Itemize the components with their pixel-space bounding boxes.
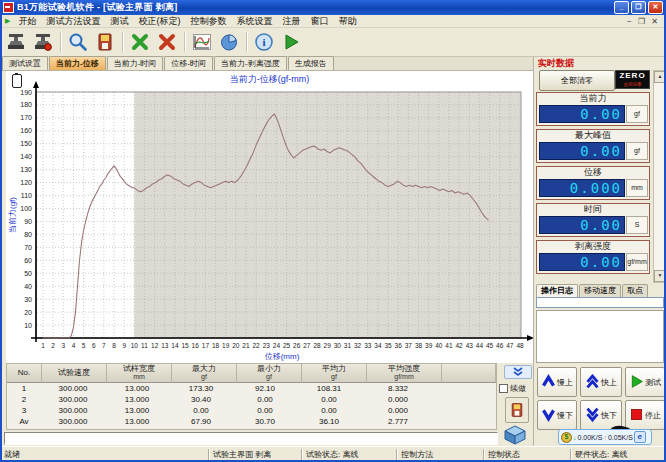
- view-tab[interactable]: 位移-时间: [164, 56, 213, 70]
- log-tab[interactable]: 移动速度: [579, 284, 621, 297]
- table-cell: 0.000: [361, 405, 435, 416]
- log-tab[interactable]: 取点: [622, 284, 648, 297]
- table-cell: 108.31: [297, 383, 361, 394]
- title-bar: B1万能试验机软件 - [试验主界面 剥离] _ ❐ ✕: [0, 0, 666, 15]
- close-button[interactable]: ✕: [648, 1, 663, 14]
- table-row[interactable]: 3300.00013.0000.000.000.000.000: [7, 405, 496, 416]
- clear-green-x-icon[interactable]: [127, 30, 153, 54]
- svg-text:20: 20: [232, 342, 240, 349]
- cube-3d-icon[interactable]: [502, 424, 528, 446]
- pie-chart-icon[interactable]: [216, 30, 242, 54]
- svg-text:6: 6: [92, 342, 96, 349]
- network-speed-monitor: $ ↓ 0.00K/S ↑ 0.05K/S e: [558, 429, 652, 445]
- svg-text:15: 15: [181, 342, 189, 349]
- table-cell: 1: [7, 383, 41, 394]
- header-text: 试样宽度: [123, 365, 155, 373]
- header-text: No.: [18, 369, 30, 377]
- jog-button-label: 停止: [645, 410, 661, 421]
- machine-icon[interactable]: [3, 30, 29, 54]
- svg-text:10: 10: [24, 322, 32, 329]
- log-tab[interactable]: 操作日志: [536, 284, 578, 297]
- save-icon[interactable]: [92, 30, 118, 54]
- jog-button-label: 快上: [601, 377, 617, 388]
- restore-button[interactable]: ❐: [631, 1, 646, 14]
- continue-checkbox[interactable]: [499, 384, 508, 393]
- svg-text:190: 190: [20, 89, 32, 96]
- svg-text:19: 19: [222, 342, 230, 349]
- table-cell: 13.000: [105, 405, 169, 416]
- menu-item[interactable]: 开始: [13, 15, 41, 28]
- machine-alarm-icon[interactable]: [30, 30, 56, 54]
- collapse-table-button[interactable]: [504, 365, 532, 379]
- table-cell: 8.332: [361, 383, 435, 394]
- svg-text:4: 4: [72, 342, 76, 349]
- menu-item[interactable]: 校正(标定): [133, 15, 185, 28]
- header-text: 最小力: [257, 365, 281, 373]
- menu-item[interactable]: 测试: [105, 15, 133, 28]
- menu-item[interactable]: 控制参数: [185, 15, 231, 28]
- table-body: 1300.00013.000173.3092.10108.318.3322300…: [7, 383, 496, 427]
- log-input[interactable]: [536, 297, 664, 308]
- log-tabs: 操作日志移动速度取点: [534, 284, 666, 297]
- app-icon: [3, 2, 14, 13]
- svg-text:33: 33: [364, 342, 372, 349]
- minimize-button[interactable]: _: [614, 1, 629, 14]
- toolbar-separator: [246, 32, 248, 52]
- menu-item[interactable]: 注册: [277, 15, 305, 28]
- network-app-icon[interactable]: e: [634, 431, 646, 443]
- view-tab[interactable]: 测试设置: [2, 56, 48, 70]
- fast-up-button[interactable]: 快上: [580, 367, 622, 397]
- clear-red-x-icon[interactable]: [154, 30, 180, 54]
- zoom-icon[interactable]: [65, 30, 91, 54]
- view-tab[interactable]: 当前力-剥离强度: [214, 56, 287, 70]
- readout-unit: S: [626, 216, 648, 234]
- menu-item[interactable]: 系统设置: [231, 15, 277, 28]
- menu-item[interactable]: 测试方法设置: [41, 15, 105, 28]
- run-icon[interactable]: [278, 30, 304, 54]
- message-field[interactable]: [4, 432, 498, 445]
- table-row[interactable]: 2300.00013.00030.400.000.000.000: [7, 394, 496, 405]
- svg-text:32: 32: [354, 342, 362, 349]
- window-frame: [0, 0, 2, 462]
- test-button[interactable]: 测试: [625, 367, 665, 397]
- jog-button-label: 快下: [601, 410, 617, 421]
- slow-down-button[interactable]: 慢下: [537, 400, 577, 430]
- jog-button-label: 慢下: [557, 410, 573, 421]
- mdi-window-controls[interactable]: − ❐ ✕: [627, 17, 664, 26]
- svg-text:37: 37: [405, 342, 413, 349]
- readout-unit: gf: [626, 105, 648, 123]
- save-results-button[interactable]: [505, 397, 529, 423]
- table-row[interactable]: Av300.00013.00067.9030.7036.102.777: [7, 416, 496, 427]
- menu-item[interactable]: 窗口: [305, 15, 333, 28]
- operation-log-list[interactable]: [536, 310, 664, 363]
- readout-group: 剥离强度0.00gf/mm: [536, 240, 650, 274]
- table-header-cell: 试样宽度mm: [107, 364, 172, 383]
- view-tab[interactable]: 当前力-位移: [49, 56, 106, 70]
- zero-all-button[interactable]: 全部清零: [539, 70, 615, 91]
- table-cell: 67.90: [169, 416, 233, 427]
- upload-speed: 0.05K/S: [608, 434, 633, 441]
- view-tab[interactable]: 生成报告: [288, 56, 334, 70]
- svg-text:170: 170: [20, 114, 32, 121]
- svg-text:位移(mm): 位移(mm): [265, 352, 300, 361]
- zero-badge[interactable]: ZERO 全部归零: [615, 70, 650, 89]
- svg-text:1: 1: [41, 342, 45, 349]
- upload-arrow-icon: ↑: [603, 434, 607, 441]
- save-icon: [509, 402, 525, 418]
- table-row[interactable]: 1300.00013.000173.3092.10108.318.332: [7, 383, 496, 394]
- readout-value: 0.00: [539, 105, 625, 123]
- svg-text:26: 26: [293, 342, 301, 349]
- fast-down-icon: [585, 407, 600, 424]
- svg-text:13: 13: [161, 342, 169, 349]
- svg-text:21: 21: [242, 342, 250, 349]
- table-header-cell: 最小力gf: [237, 364, 302, 383]
- chart-panel: 当前力-位移(gf-mm) 12345678910111213141516171…: [6, 71, 533, 363]
- table-cell: 0.00: [233, 405, 297, 416]
- curves-icon[interactable]: [189, 30, 215, 54]
- slow-up-button[interactable]: 慢上: [537, 367, 577, 397]
- view-tab[interactable]: 当前力-时间: [107, 56, 164, 70]
- svg-text:150: 150: [20, 140, 32, 147]
- menu-item[interactable]: 帮助: [333, 15, 361, 28]
- table-header-row: No.试验速度试样宽度mm最大力gf最小力gf平均力gf平均强度gf/mm: [7, 364, 496, 383]
- info-icon[interactable]: i: [251, 30, 277, 54]
